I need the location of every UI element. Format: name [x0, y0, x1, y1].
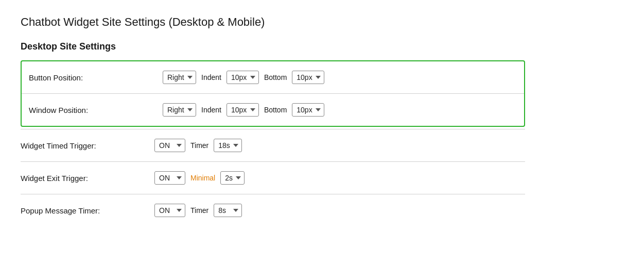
- widget-timed-trigger-label: Widget Timed Trigger:: [21, 141, 154, 150]
- window-position-select[interactable]: Left Right: [163, 103, 196, 117]
- widget-timed-trigger-controls: ON OFF Timer 5s 10s 15s 18s 20s 30s: [154, 139, 242, 152]
- popup-message-timer-timer-select[interactable]: 3s 5s 8s 10s 15s: [214, 204, 242, 217]
- window-indent-label: Indent: [201, 106, 221, 114]
- button-indent-select[interactable]: 5px 10px 15px 20px: [227, 71, 259, 84]
- popup-message-timer-row: Popup Message Timer: ON OFF Timer 3s 5s …: [21, 194, 525, 226]
- widget-exit-trigger-row: Widget Exit Trigger: ON OFF Minimal 1s 2…: [21, 161, 525, 194]
- window-position-label: Window Position:: [29, 106, 163, 114]
- button-position-select[interactable]: Left Right: [163, 71, 196, 84]
- popup-message-timer-controls: ON OFF Timer 3s 5s 8s 10s 15s: [154, 204, 242, 217]
- window-bottom-label: Bottom: [264, 106, 287, 114]
- window-indent-select[interactable]: 5px 10px 15px 20px: [227, 103, 259, 117]
- widget-timed-trigger-timer-select[interactable]: 5s 10s 15s 18s 20s 30s: [214, 139, 242, 152]
- popup-message-timer-status-select[interactable]: ON OFF: [154, 204, 185, 217]
- button-position-controls: Left Right Indent 5px 10px 15px 20px Bot…: [163, 71, 324, 84]
- widget-exit-trigger-label: Widget Exit Trigger:: [21, 174, 154, 183]
- section-title: Desktop Site Settings: [21, 41, 623, 52]
- button-bottom-label: Bottom: [264, 73, 287, 81]
- widget-timed-trigger-row: Widget Timed Trigger: ON OFF Timer 5s 10…: [21, 129, 525, 161]
- popup-message-timer-timer-label: Timer: [190, 206, 208, 215]
- page-title: Chatbot Widget Site Settings (Desktop & …: [21, 15, 623, 29]
- button-bottom-select[interactable]: 5px 10px 15px 20px: [292, 71, 324, 84]
- widget-exit-trigger-minimal-label: Minimal: [190, 174, 215, 182]
- widget-exit-trigger-controls: ON OFF Minimal 1s 2s 3s 5s: [154, 171, 245, 185]
- widget-exit-trigger-minimal-select[interactable]: 1s 2s 3s 5s: [220, 171, 245, 185]
- button-indent-label: Indent: [201, 73, 221, 81]
- window-bottom-select[interactable]: 5px 10px 15px 20px: [292, 103, 324, 117]
- widget-timed-trigger-status-select[interactable]: ON OFF: [154, 139, 185, 152]
- button-position-label: Button Position:: [29, 73, 163, 82]
- window-position-row: Window Position: Left Right Indent 5px 1…: [22, 94, 524, 126]
- popup-message-timer-label: Popup Message Timer:: [21, 206, 154, 215]
- button-position-row: Button Position: Left Right Indent 5px 1…: [22, 61, 524, 94]
- window-position-controls: Left Right Indent 5px 10px 15px 20px Bot…: [163, 103, 324, 117]
- highlighted-group: Button Position: Left Right Indent 5px 1…: [21, 60, 525, 127]
- widget-exit-trigger-status-select[interactable]: ON OFF: [154, 171, 185, 185]
- widget-timed-trigger-timer-label: Timer: [190, 141, 208, 150]
